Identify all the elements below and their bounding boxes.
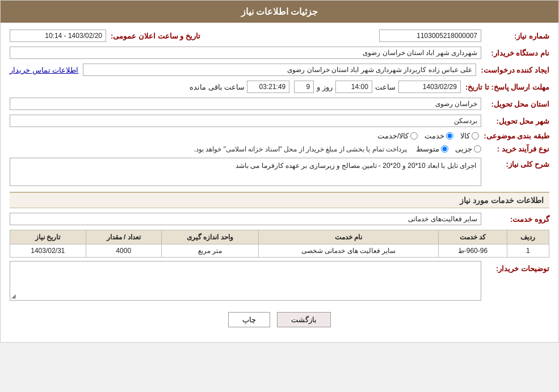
- radio-jozi-label: جزیی: [455, 145, 472, 153]
- tabaqe-label: طبقه بندی موضوعی:: [479, 132, 549, 140]
- ostan-value: خراسان رضوی: [10, 98, 481, 110]
- cell-tarikh: 1403/02/31: [10, 245, 86, 258]
- ettelaat-tamas-link[interactable]: اطلاعات تماس خریدار: [10, 66, 78, 74]
- row-tabaqe: طبقه بندی موضوعی: کالا خدمت کالا/خدمت: [10, 132, 549, 140]
- row-farayand: نوع فرآیند خرید : جزیی متوسط پرداخت تمام…: [10, 145, 549, 153]
- col-tarikh: تاریخ نیاز: [10, 230, 86, 245]
- radio-motasat-label: متوسط: [416, 145, 439, 153]
- mohlat-date: 1403/02/29: [398, 81, 461, 93]
- mohlat-label: مهلت ارسال پاسخ: تا تاریخ:: [461, 83, 549, 91]
- cell-vahed: متر مربع: [161, 245, 258, 258]
- grooh-value: سایر فعالیت‌های خدماتی: [10, 213, 481, 225]
- radio-kala-khadamat-input[interactable]: [410, 132, 418, 140]
- shomara-label: شماره نیاز:: [481, 32, 549, 40]
- radio-motasat-input[interactable]: [441, 145, 448, 153]
- radio-kala: کالا: [460, 132, 479, 140]
- mohlat-roz: 9: [294, 81, 314, 93]
- radio-jozi-input[interactable]: [474, 145, 481, 153]
- page-wrapper: جزئیات اطلاعات نیاز شماره نیاز: 11030052…: [0, 0, 559, 343]
- back-button[interactable]: بازگشت: [277, 312, 331, 327]
- col-tedad: تعداد / مقدار: [86, 230, 161, 245]
- table-row: 1960-96-طسایر فعالیت های خدماتی شخصیمتر …: [10, 245, 549, 258]
- resize-icon: ◢: [11, 293, 16, 299]
- tozihat-box: ◢: [10, 261, 481, 301]
- row-shomara: شماره نیاز: 1103005218000007 تاریخ و ساع…: [10, 29, 549, 42]
- content-area: شماره نیاز: 1103005218000007 تاریخ و ساع…: [1, 23, 558, 342]
- table-body: 1960-96-طسایر فعالیت های خدماتی شخصیمتر …: [10, 245, 549, 258]
- cell-kod_khadamat: 960-96-ط: [439, 245, 507, 258]
- print-button[interactable]: چاپ: [228, 312, 270, 327]
- ijad-label: ایجاد کننده درخواست:: [476, 66, 549, 74]
- row-sharh: شرح کلی نیاز: اجرای تایل با ابعاد 10*20 …: [10, 158, 549, 186]
- radio-jozi: جزیی: [455, 145, 481, 153]
- radio-motasat: متوسط: [416, 145, 448, 153]
- radio-khadamat: خدمت: [424, 132, 453, 140]
- col-nam: نام خدمت: [258, 230, 439, 245]
- col-radif: ردیف: [507, 230, 549, 245]
- row-grooh: گروه خدمت: سایر فعالیت‌های خدماتی: [10, 213, 549, 225]
- button-bar: بازگشت چاپ: [10, 304, 549, 335]
- tozihat-label: توضیحات خریدار:: [481, 261, 549, 273]
- row-ostan: استان محل تحویل: خراسان رضوی: [10, 98, 549, 110]
- notice-text: پرداخت تمام یا بخشی از مبلغ خریدار از مح…: [194, 145, 407, 153]
- grooh-label: گروه خدمت:: [481, 215, 549, 224]
- farayand-label: نوع فرآیند خرید :: [481, 145, 549, 153]
- dastgah-value: شهرداری شهر اباد استان خراسان رضوی: [10, 47, 481, 59]
- tabaqe-radio-group: کالا خدمت کالا/خدمت: [377, 132, 480, 140]
- radio-kala-khadamat-label: کالا/خدمت: [377, 132, 409, 140]
- section-khadamat: اطلاعات خدمات مورد نیاز: [10, 192, 549, 208]
- page-header: جزئیات اطلاعات نیاز: [1, 1, 558, 23]
- table-header-row: ردیف کد خدمت نام خدمت واحد اندازه گیری ت…: [10, 230, 549, 245]
- dastgah-label: نام دستگاه خریدار:: [481, 49, 549, 57]
- shahr-label: شهر محل تحویل:: [481, 117, 549, 125]
- mohlat-saat: 14:00: [335, 81, 372, 93]
- mohlat-mande: 03:21:49: [247, 81, 289, 93]
- farayand-radio-group: جزیی متوسط: [416, 145, 481, 153]
- radio-kala-input[interactable]: [472, 132, 479, 140]
- ostan-label: استان محل تحویل:: [481, 100, 549, 108]
- radio-khadamat-input[interactable]: [446, 132, 453, 140]
- page-title: جزئیات اطلاعات نیاز: [241, 7, 318, 16]
- date-value: 1403/02/20 - 10:14: [10, 29, 106, 42]
- radio-kala-khadamat: کالا/خدمت: [377, 132, 418, 140]
- row-ijad: ایجاد کننده درخواست: علی عباس زاده کاربر…: [10, 64, 549, 76]
- row-mohlat: مهلت ارسال پاسخ: تا تاریخ: 1403/02/29 سا…: [10, 81, 549, 93]
- mande-label: ساعت باقی مانده: [190, 83, 245, 91]
- cell-tedad: 4000: [86, 245, 161, 258]
- ijad-value: علی عباس زاده کاربرداز شهرداری شهر اباد …: [83, 64, 476, 76]
- shomara-value: 1103005218000007: [379, 29, 481, 42]
- radio-khadamat-label: خدمت: [424, 132, 444, 140]
- col-kod: کد خدمت: [439, 230, 507, 245]
- radio-kala-label: کالا: [460, 132, 470, 140]
- services-table: ردیف کد خدمت نام خدمت واحد اندازه گیری ت…: [10, 230, 549, 258]
- shahr-value: بردسکن: [10, 115, 481, 127]
- sharh-label: شرح کلی نیاز:: [481, 158, 549, 168]
- cell-radif: 1: [507, 245, 549, 258]
- col-vahed: واحد اندازه گیری: [161, 230, 258, 245]
- sharh-value: اجرای تایل با ابعاد 10*20 و 20*20 - تامی…: [10, 158, 481, 186]
- cell-nam_khadamat: سایر فعالیت های خدماتی شخصی: [258, 245, 439, 258]
- roz-label: روز و: [317, 83, 333, 91]
- saat-label: ساعت: [375, 83, 396, 91]
- row-dastgah: نام دستگاه خریدار: شهرداری شهر اباد استا…: [10, 47, 549, 59]
- row-shahr: شهر محل تحویل: بردسکن: [10, 115, 549, 127]
- row-tozihat: توضیحات خریدار: ◢: [10, 261, 549, 301]
- date-label: تاریخ و ساعت اعلان عمومی:: [106, 32, 200, 40]
